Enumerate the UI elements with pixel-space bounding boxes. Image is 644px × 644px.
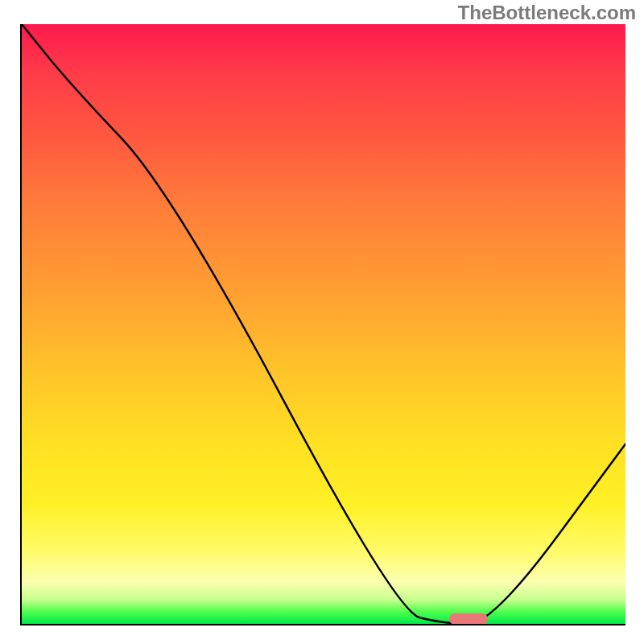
bottleneck-curve-path — [22, 24, 625, 624]
optimal-marker — [449, 613, 488, 625]
chart-container: TheBottleneck.com — [0, 0, 644, 644]
curve-svg — [22, 24, 625, 624]
plot-area — [20, 24, 625, 625]
watermark-text: TheBottleneck.com — [458, 2, 636, 24]
